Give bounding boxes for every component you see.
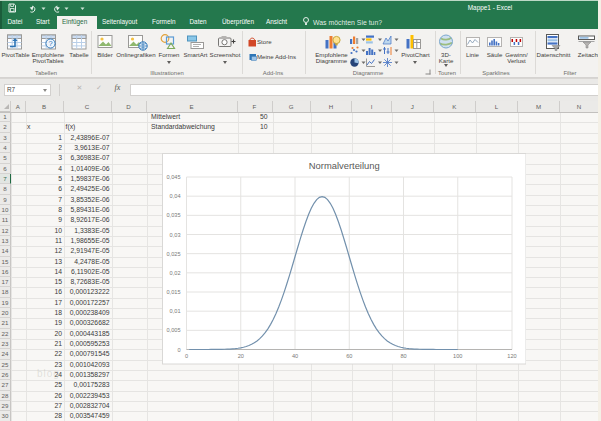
svg-text:120: 120 (507, 353, 516, 359)
svg-text:0,03: 0,03 (169, 232, 180, 238)
svg-text:0,025: 0,025 (166, 251, 180, 257)
svg-text:0,01: 0,01 (169, 308, 180, 314)
svg-text:80: 80 (400, 353, 406, 359)
svg-text:?: ? (48, 39, 52, 48)
svg-text:20: 20 (237, 353, 243, 359)
svg-text:60: 60 (346, 353, 352, 359)
svg-text:0,045: 0,045 (166, 174, 180, 180)
svg-text:0,02: 0,02 (169, 270, 180, 276)
svg-text:0,04: 0,04 (169, 193, 180, 199)
svg-text:100: 100 (453, 353, 462, 359)
svg-text:40: 40 (291, 353, 297, 359)
svg-text:0,035: 0,035 (166, 212, 180, 218)
svg-text:0,015: 0,015 (166, 289, 180, 295)
svg-text:0,005: 0,005 (166, 327, 180, 333)
svg-text:0: 0 (177, 347, 180, 353)
svg-text:Normalverteilung: Normalverteilung (308, 160, 379, 171)
svg-text:0: 0 (184, 353, 187, 359)
